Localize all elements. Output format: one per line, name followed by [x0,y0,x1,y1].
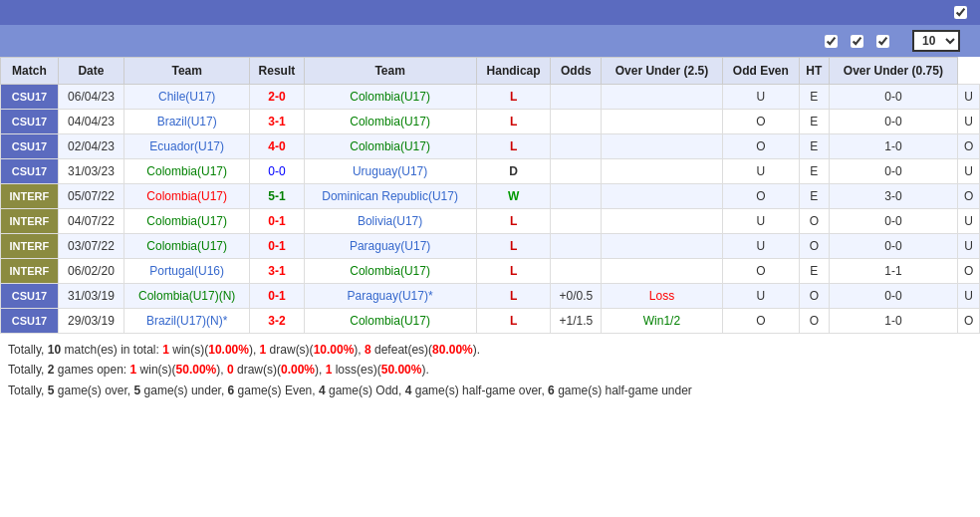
team1-cell: Portugal(U16) [124,259,250,284]
handicap-cell: +0/0.5 [551,284,602,309]
match-type-cell: INTERF [1,184,59,209]
ou25-cell: U [722,85,799,110]
ou25-cell: U [722,234,799,259]
ou075-cell: O [958,184,980,209]
team2-cell: Colombia(U17) [304,309,476,334]
table-row: CSU1729/03/19Brazil(U17)(N)*3-2Colombia(… [1,309,980,334]
match-type-cell: CSU17 [1,159,59,184]
col-odd-even: Odd Even [722,58,799,85]
odds-cell [602,85,723,110]
ou25-cell: U [722,209,799,234]
csu17-filter[interactable] [876,35,892,48]
col-team2: Team [304,58,476,85]
handicap-cell [551,159,602,184]
ht-cell: 0-0 [829,234,958,259]
team2-cell: Colombia(U17) [304,110,476,134]
result-cell: 5-1 [250,184,304,209]
col-ou25: Over Under (2.5) [602,58,723,85]
date-cell: 02/04/23 [58,134,123,159]
odds-cell: Loss [602,284,723,309]
col-team1: Team [124,58,250,85]
team1-cell: Colombia(U17) [124,234,250,259]
ou25-cell: O [722,309,799,334]
ht-cell: 1-0 [829,309,958,334]
date-cell: 29/03/19 [58,309,123,334]
last-select[interactable]: 10 5 15 20 All [912,30,960,52]
ht-cell: 1-1 [829,259,958,284]
handicap-cell [551,234,602,259]
wl-cell: L [476,209,551,234]
table-row: INTERF03/07/22Colombia(U17)0-1Paraguay(U… [1,234,980,259]
odd-even-cell: E [799,85,829,110]
wl-cell: D [476,159,551,184]
ou075-cell: U [958,234,980,259]
odd-even-cell: E [799,110,829,134]
date-cell: 04/04/23 [58,110,123,134]
ou075-cell: O [958,309,980,334]
result-cell: 0-1 [250,284,304,309]
odds-cell: Win1/2 [602,309,723,334]
wl-cell: L [476,284,551,309]
date-cell: 06/04/23 [58,85,123,110]
team2-cell: Uruguay(U17) [304,159,476,184]
odd-even-cell: E [799,159,829,184]
result-cell: 4-0 [250,134,304,159]
handicap-cell [551,110,602,134]
wl-cell: L [476,85,551,110]
date-cell: 05/07/22 [58,184,123,209]
ou075-cell: U [958,284,980,309]
ht-cell: 1-0 [829,134,958,159]
footer-line2: Totally, 2 games open: 1 win(s)(50.00%),… [8,360,972,380]
ou075-cell: O [958,134,980,159]
match-type-cell: CSU17 [1,134,59,159]
match-type-cell: CSU17 [1,284,59,309]
col-match: Match [1,58,59,85]
scores-table: Match Date Team Result Team Handicap Odd… [0,57,980,334]
odds-cell [602,184,723,209]
date-cell: 06/02/20 [58,259,123,284]
table-row: CSU1702/04/23Ecuador(U17)4-0Colombia(U17… [1,134,980,159]
team1-cell: Colombia(U17) [124,209,250,234]
match-type-cell: INTERF [1,234,59,259]
result-cell: 0-1 [250,209,304,234]
odds-cell [602,234,723,259]
col-result: Result [250,58,304,85]
display-notes-checkbox[interactable] [954,6,970,19]
handicap-cell: +1/1.5 [551,309,602,334]
handicap-cell [551,134,602,159]
wl-cell: L [476,259,551,284]
wl-cell: L [476,234,551,259]
wl-cell: L [476,309,551,334]
result-cell: 3-2 [250,309,304,334]
col-ou075: Over Under (0.75) [829,58,958,85]
ou075-cell: U [958,159,980,184]
ou075-cell: O [958,259,980,284]
odds-cell [602,110,723,134]
table-row: INTERF05/07/22Colombia(U17)5-1Dominican … [1,184,980,209]
odds-cell [602,159,723,184]
table-row: CSU1706/04/23Chile(U17)2-0Colombia(U17)L… [1,85,980,110]
handicap-cell [551,184,602,209]
wcu17-filter[interactable] [851,35,866,48]
table-row: CSU1731/03/23Colombia(U17)0-0Uruguay(U17… [1,159,980,184]
ht-cell: 0-0 [829,209,958,234]
ht-cell: 0-0 [829,85,958,110]
odds-cell [602,259,723,284]
team2-cell: Paraguay(U17)* [304,284,476,309]
odd-even-cell: O [799,234,829,259]
team1-cell: Brazil(U17) [124,110,250,134]
footer-line1: Totally, 10 match(es) in total: 1 win(s)… [8,340,972,360]
ht-cell: 3-0 [829,184,958,209]
team2-cell: Dominican Republic(U17) [304,184,476,209]
team2-cell: Paraguay(U17) [304,234,476,259]
wl-cell: W [476,184,551,209]
table-row: CSU1731/03/19Colombia(U17)(N)0-1Paraguay… [1,284,980,309]
odd-even-cell: E [799,259,829,284]
odds-cell [602,209,723,234]
ou25-cell: O [722,184,799,209]
team1-cell: Brazil(U17)(N)* [124,309,250,334]
ou25-cell: U [722,159,799,184]
team1-cell: Ecuador(U17) [124,134,250,159]
ou075-cell: U [958,85,980,110]
interf-filter[interactable] [825,35,841,48]
